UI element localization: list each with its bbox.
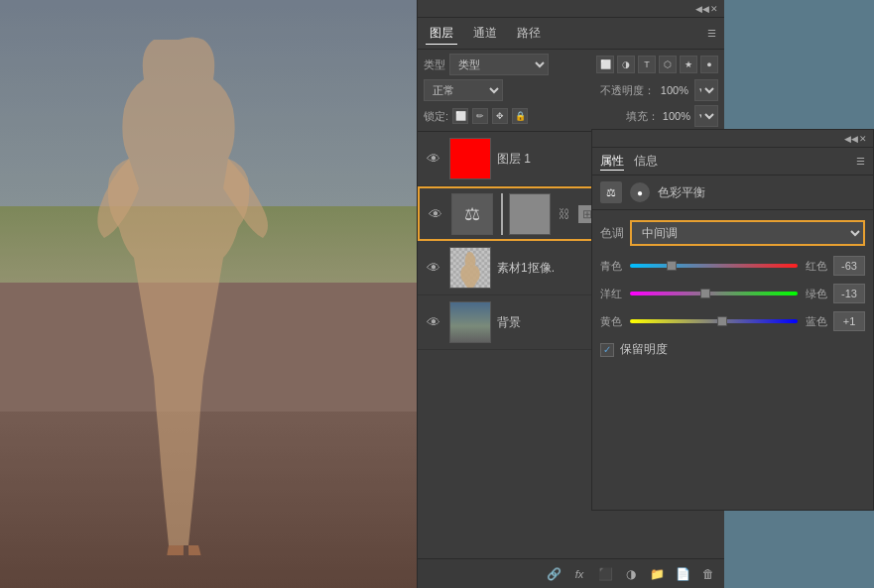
cyan-red-value: -63: [833, 256, 865, 276]
color-tone-row: 色调 中间调 阴影 高光: [592, 214, 873, 252]
cyan-red-slider-track[interactable]: [630, 260, 798, 272]
lock-move-icon[interactable]: ✥: [492, 108, 508, 124]
color-tone-select[interactable]: 中间调 阴影 高光: [630, 220, 865, 246]
layer-2-visibility[interactable]: 👁: [426, 206, 445, 222]
blend-mode-select[interactable]: 正常: [424, 79, 503, 101]
preserve-row: ✓ 保留明度: [592, 335, 873, 364]
magenta-green-slider-bg: [630, 292, 798, 295]
opacity-label: 不透明度：: [600, 83, 655, 98]
figure-silhouette: [79, 20, 298, 555]
layer-effects-button[interactable]: fx: [569, 564, 589, 584]
layer-4-thumbnail: [449, 301, 491, 343]
panel-top-bar: ◀◀ ✕: [418, 0, 724, 18]
layer-2-divider: [501, 193, 503, 235]
layer-1-visibility[interactable]: 👁: [424, 151, 443, 167]
lock-label: 锁定:: [424, 109, 448, 124]
tab-channels[interactable]: 通道: [469, 23, 501, 45]
layer-1-thumbnail: [449, 138, 491, 179]
prop-adj-row: ⚖ ● 色彩平衡: [592, 176, 873, 210]
filter-toggle[interactable]: ●: [700, 56, 718, 73]
filter-label: 类型: [424, 58, 445, 72]
person-thumb-svg: [450, 247, 490, 289]
magenta-label: 洋红: [600, 287, 624, 301]
cyan-red-slider-thumb[interactable]: [667, 261, 677, 271]
delete-layer-button[interactable]: 🗑: [698, 564, 718, 584]
fill-value: 100%: [663, 110, 690, 122]
layer-2-adj-icon: ⚖: [451, 193, 493, 235]
prop-menu-icon[interactable]: ☰: [856, 156, 865, 167]
filter-row: 类型 类型 ⬜ ◑ T ⬡ ★ ●: [424, 54, 718, 75]
filter-icons: ⬜ ◑ T ⬡ ★ ●: [596, 56, 718, 73]
magenta-green-slider-row: 洋红 绿色 -13: [592, 280, 873, 307]
close-button[interactable]: ✕: [708, 3, 720, 15]
prop-header-icons: ☰: [856, 156, 865, 167]
prop-tabs: 属性 信息: [600, 153, 658, 171]
properties-panel: ◀◀ ✕ 属性 信息 ☰ ⚖ ● 色彩平衡 色调 中间调 阴影 高光: [591, 129, 874, 511]
layers-panel-header: 图层 通道 路径 ☰: [418, 18, 724, 50]
yellow-blue-slider-row: 黄色 蓝色 +1: [592, 307, 873, 335]
cyan-red-slider-bg: [630, 264, 798, 268]
red-label: 红色: [804, 259, 827, 274]
prop-close-button[interactable]: ✕: [857, 133, 869, 145]
eye-icon-2: 👁: [429, 206, 442, 222]
color-tone-label: 色调: [600, 225, 624, 242]
filter-select[interactable]: 类型: [449, 54, 549, 75]
yellow-blue-slider-track[interactable]: [630, 315, 798, 327]
fill-select[interactable]: ▾: [694, 105, 718, 127]
panel-tabs: 图层 通道 路径: [426, 23, 545, 45]
cyan-red-slider-row: 青色 红色 -63: [592, 252, 873, 280]
layer-controls: 类型 类型 ⬜ ◑ T ⬡ ★ ● 正常 不透明度： 100% ▾: [418, 50, 724, 132]
prop-adj-balance-icon: ⚖: [600, 181, 622, 203]
filter-smart-icon[interactable]: ★: [680, 56, 697, 73]
prop-header: 属性 信息 ☰: [592, 148, 873, 176]
yellow-blue-value: +1: [833, 311, 865, 331]
check-icon: ✓: [603, 344, 611, 355]
balance-icon-2: ⚖: [606, 186, 616, 199]
magenta-green-slider-track[interactable]: [630, 288, 798, 299]
blend-row: 正常 不透明度： 100% ▾: [424, 79, 718, 101]
preserve-label: 保留明度: [620, 341, 668, 358]
yellow-blue-slider-thumb[interactable]: [717, 316, 727, 326]
blue-label: 蓝色: [804, 314, 827, 329]
prop-top-bar: ◀◀ ✕: [592, 130, 873, 148]
group-button[interactable]: 📁: [647, 564, 667, 584]
layers-bottom-toolbar: 🔗 fx ⬛ ◑ 📁 📄 🗑: [418, 558, 724, 588]
tab-layers[interactable]: 图层: [426, 23, 457, 45]
adjustment-button[interactable]: ◑: [621, 564, 641, 584]
eye-icon-3: 👁: [427, 260, 440, 276]
mask-button[interactable]: ⬛: [595, 564, 615, 584]
link-layers-button[interactable]: 🔗: [544, 564, 563, 584]
prop-adj-circle-icon: ●: [630, 182, 650, 202]
collapse-button[interactable]: ◀◀: [696, 3, 708, 15]
prop-tab-info[interactable]: 信息: [634, 153, 658, 171]
eye-icon-1: 👁: [427, 151, 440, 167]
panel-menu-icon[interactable]: ☰: [707, 28, 716, 39]
tab-paths[interactable]: 路径: [513, 23, 545, 45]
layer-4-visibility[interactable]: 👁: [424, 314, 443, 330]
cyan-label: 青色: [600, 259, 624, 274]
filter-adjust-icon[interactable]: ◑: [617, 56, 635, 73]
yellow-label: 黄色: [600, 314, 624, 329]
prop-adj-label: 色彩平衡: [658, 184, 705, 201]
green-label: 绿色: [804, 287, 827, 301]
balance-icon: ⚖: [464, 203, 480, 225]
prop-collapse-button[interactable]: ◀◀: [845, 133, 857, 145]
new-layer-button[interactable]: 📄: [673, 564, 692, 584]
prop-body: 色调 中间调 阴影 高光 青色 红色 -63 洋红 绿色 -: [592, 210, 873, 368]
lock-all-icon[interactable]: 🔒: [512, 108, 528, 124]
preserve-checkbox[interactable]: ✓: [600, 343, 614, 357]
panel-header-icons: ☰: [707, 28, 716, 39]
opacity-select[interactable]: ▾: [694, 79, 718, 101]
magenta-green-slider-thumb[interactable]: [700, 289, 710, 298]
layer-2-chain-icon: ⛓: [559, 207, 570, 221]
filter-shape-icon[interactable]: ⬡: [659, 56, 677, 73]
prop-tab-properties[interactable]: 属性: [600, 153, 624, 171]
layer-2-mask-thumb: [509, 193, 551, 235]
lock-brush-icon[interactable]: ✏: [472, 108, 488, 124]
layer-3-visibility[interactable]: 👁: [424, 260, 443, 276]
filter-text-icon[interactable]: T: [638, 56, 656, 73]
lock-pixel-icon[interactable]: ⬜: [452, 108, 468, 124]
filter-pixel-icon[interactable]: ⬜: [596, 56, 614, 73]
fill-label: 填充：: [626, 109, 659, 124]
opacity-value: 100%: [661, 84, 688, 96]
